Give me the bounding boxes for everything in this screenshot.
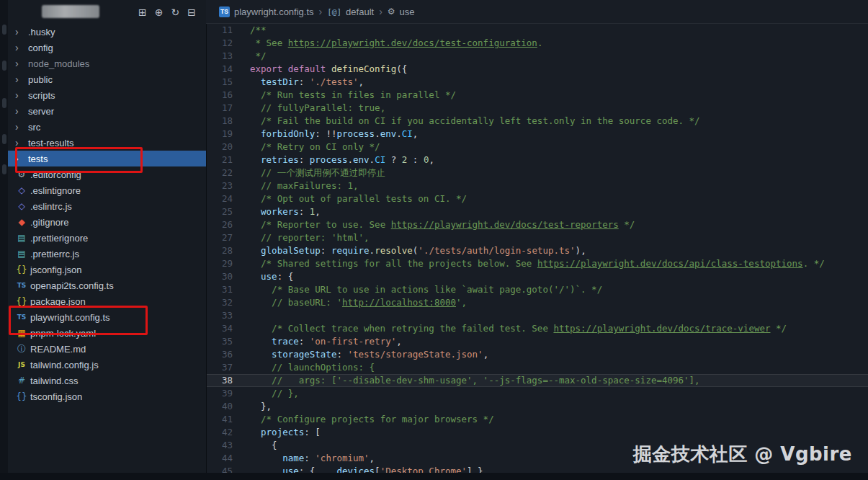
file-item-.eslintrc.js[interactable]: ◇.eslintrc.js: [8, 198, 206, 214]
breadcrumb-member[interactable]: use: [400, 6, 415, 17]
file-item-README.md[interactable]: ⓘREADME.md: [8, 341, 206, 357]
line-number[interactable]: 36: [207, 348, 233, 361]
new-file-icon[interactable]: ⊞: [138, 7, 147, 17]
code-line-11[interactable]: 11/**: [207, 24, 868, 37]
folder-item-src[interactable]: ›src: [8, 119, 206, 135]
folder-item-scripts[interactable]: ›scripts: [8, 87, 206, 103]
prettier-file-icon: ▤: [15, 234, 28, 242]
line-number[interactable]: 12: [207, 37, 233, 50]
line-number[interactable]: 41: [207, 413, 233, 426]
folder-item-config[interactable]: ›config: [8, 40, 206, 55]
line-number[interactable]: 24: [207, 192, 233, 205]
collapse-folders-icon[interactable]: ⊟: [187, 7, 196, 17]
code-line-21[interactable]: 21 retries: process.env.CI ? 2 : 0,: [207, 154, 868, 166]
line-number[interactable]: 35: [207, 335, 233, 348]
code-line-26[interactable]: 26 /* Reporter to use. See https://playw…: [207, 218, 868, 231]
line-number[interactable]: 19: [207, 128, 233, 141]
line-number[interactable]: 29: [207, 257, 233, 270]
line-number[interactable]: 16: [207, 89, 233, 102]
code-line-37[interactable]: 37 // launchOptions: {: [207, 361, 868, 374]
line-number[interactable]: 37: [207, 361, 233, 374]
line-number[interactable]: 27: [207, 231, 233, 244]
line-number[interactable]: 44: [207, 452, 233, 465]
line-number[interactable]: 38: [207, 374, 233, 387]
file-item-openapi2ts.config.ts[interactable]: TSopenapi2ts.config.ts: [8, 277, 206, 293]
line-number[interactable]: 40: [207, 400, 233, 413]
breadcrumb-file[interactable]: playwright.config.ts: [234, 6, 314, 17]
code-line-13[interactable]: 13 */: [207, 50, 868, 63]
line-number[interactable]: 17: [207, 102, 233, 115]
code-line-15[interactable]: 15 testDir: './tests',: [207, 76, 868, 89]
line-number[interactable]: 20: [207, 141, 233, 154]
folder-item-.husky[interactable]: ›.husky: [8, 24, 206, 40]
code-line-19[interactable]: 19 forbidOnly: !!process.env.CI,: [207, 128, 868, 141]
code-line-18[interactable]: 18 /* Fail the build on CI if you accide…: [207, 115, 868, 128]
folder-item-server[interactable]: ›server: [8, 103, 206, 119]
line-number[interactable]: 45: [207, 465, 233, 473]
code-line-16[interactable]: 16 /* Run tests in files in parallel */: [207, 89, 868, 102]
activity-icon-fragment: [2, 61, 6, 71]
code-line-27[interactable]: 27 // reporter: 'html',: [207, 231, 868, 244]
line-number[interactable]: 32: [207, 296, 233, 309]
code-line-36[interactable]: 36 storageState: 'tests/storageState.jso…: [207, 348, 868, 361]
line-number[interactable]: 31: [207, 283, 233, 296]
file-item-package.json[interactable]: {}package.json: [8, 293, 206, 309]
code-line-35[interactable]: 35 trace: 'on-first-retry',: [207, 335, 868, 348]
line-number[interactable]: 22: [207, 166, 233, 179]
line-number[interactable]: 30: [207, 270, 233, 283]
line-number[interactable]: 15: [207, 76, 233, 89]
file-item-playwright.config.ts[interactable]: TSplaywright.config.ts: [8, 309, 206, 325]
code-line-31[interactable]: 31 /* Base URL to use in actions like `a…: [207, 283, 868, 296]
line-number[interactable]: 14: [207, 63, 233, 76]
file-item-tsconfig.json[interactable]: {}tsconfig.json: [8, 388, 206, 404]
file-item-.gitignore[interactable]: ◆.gitignore: [8, 214, 206, 230]
folder-item-test-results[interactable]: ›test-results: [8, 135, 206, 151]
file-item-jsconfig.json[interactable]: {}jsconfig.json: [8, 262, 206, 277]
code-line-29[interactable]: 29 /* Shared settings for all the projec…: [207, 257, 868, 270]
code-line-38[interactable]: 38 // args: ['--disable-dev-shm-usage', …: [207, 374, 868, 387]
line-number[interactable]: 18: [207, 115, 233, 128]
line-number[interactable]: 39: [207, 387, 233, 400]
code-line-12[interactable]: 12 * See https://playwright.dev/docs/tes…: [207, 37, 868, 50]
breadcrumb-symbol[interactable]: default: [346, 6, 374, 17]
code-line-33[interactable]: 33: [207, 309, 868, 322]
file-item-.prettierignore[interactable]: ▤.prettierignore: [8, 230, 206, 246]
code-line-30[interactable]: 30 use: {: [207, 270, 868, 283]
line-number[interactable]: 34: [207, 322, 233, 335]
line-number[interactable]: 33: [207, 309, 233, 322]
line-number[interactable]: 42: [207, 426, 233, 439]
folder-item-node_modules[interactable]: ›node_modules: [8, 55, 206, 71]
code-line-24[interactable]: 24 /* Opt out of parallel tests on CI. *…: [207, 192, 868, 205]
code-line-22[interactable]: 22 // 一个测试用例不通过即停止: [207, 166, 868, 179]
code-line-17[interactable]: 17 // fullyParallel: true,: [207, 102, 868, 115]
file-item-tailwind.config.js[interactable]: JStailwind.config.js: [8, 357, 206, 373]
line-number[interactable]: 13: [207, 50, 233, 63]
line-number[interactable]: 21: [207, 154, 233, 166]
code-line-42[interactable]: 42 projects: [: [207, 426, 868, 439]
line-number[interactable]: 26: [207, 218, 233, 231]
code-line-25[interactable]: 25 workers: 1,: [207, 205, 868, 218]
line-number[interactable]: 23: [207, 179, 233, 192]
folder-item-public[interactable]: ›public: [8, 71, 206, 87]
code-line-14[interactable]: 14export default defineConfig({: [207, 63, 868, 76]
code-line-32[interactable]: 32 // baseURL: 'http://localhost:8000',: [207, 296, 868, 309]
code-line-20[interactable]: 20 /* Retry on CI only */: [207, 141, 868, 154]
file-item-pnpm-lock.yaml[interactable]: ▦pnpm-lock.yaml: [8, 325, 206, 341]
line-number[interactable]: 11: [207, 24, 233, 37]
folder-item-tests[interactable]: ›tests: [8, 151, 206, 166]
line-number[interactable]: 25: [207, 205, 233, 218]
refresh-explorer-icon[interactable]: ↻: [171, 7, 180, 17]
new-folder-icon[interactable]: ⊕: [155, 7, 164, 17]
code-line-23[interactable]: 23 // maxFailures: 1,: [207, 179, 868, 192]
code-line-39[interactable]: 39 // },: [207, 387, 868, 400]
code-line-28[interactable]: 28 globalSetup: require.resolve('./tests…: [207, 244, 868, 257]
file-item-.prettierrc.js[interactable]: ▤.prettierrc.js: [8, 246, 206, 262]
file-item-tailwind.css[interactable]: #tailwind.css: [8, 373, 206, 388]
file-item-.editorconfig[interactable]: ⚙.editorconfig: [8, 166, 206, 182]
line-number[interactable]: 43: [207, 439, 233, 452]
file-item-.eslintignore[interactable]: ◇.eslintignore: [8, 182, 206, 198]
code-line-34[interactable]: 34 /* Collect trace when retrying the fa…: [207, 322, 868, 335]
line-number[interactable]: 28: [207, 244, 233, 257]
code-line-41[interactable]: 41 /* Configure projects for major brows…: [207, 413, 868, 426]
code-line-40[interactable]: 40 },: [207, 400, 868, 413]
